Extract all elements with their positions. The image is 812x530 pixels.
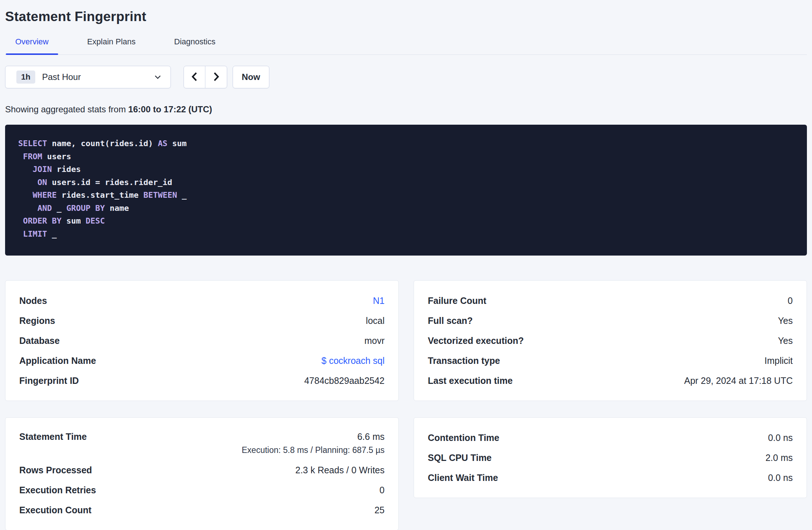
stat-row-regions: Regionslocal <box>19 311 385 331</box>
tab-overview[interactable]: Overview <box>6 31 58 55</box>
time-range-dropdown[interactable]: 1h Past Hour <box>5 66 171 88</box>
sql-line: ORDER BY sum DESC <box>18 214 794 228</box>
stat-value-wrap: 6.6 msExecution: 5.8 ms / Planning: 687.… <box>242 431 385 455</box>
sql-text: name, count(rides.id) <box>47 139 158 148</box>
sql-text: sum <box>61 216 85 225</box>
stat-value-wrap: Apr 29, 2024 at 17:18 UTC <box>684 376 793 386</box>
statement-times-card: Statement Time6.6 msExecution: 5.8 ms / … <box>5 417 399 530</box>
stat-link-application-name[interactable]: $ cockroach sql <box>321 356 385 366</box>
sql-keyword: LIMIT <box>23 229 47 238</box>
stat-label-contention-time: Contention Time <box>428 433 499 443</box>
stat-row-nodes: NodesN1 <box>19 291 385 311</box>
sql-keyword: JOIN <box>33 165 52 174</box>
stat-value-client-wait-time: 0.0 ns <box>768 473 793 483</box>
sql-text: _ <box>47 229 57 238</box>
aggregated-stats-range: 16:00 to 17:22 (UTC) <box>128 104 212 114</box>
stat-label-database: Database <box>19 336 60 346</box>
stat-row-execution-count: Execution Count25 <box>19 500 385 520</box>
tab-diagnostics-label: Diagnostics <box>174 37 216 46</box>
stat-row-client-wait-time: Client Wait Time0.0 ns <box>428 468 793 488</box>
stat-value-wrap: 0 <box>379 485 385 495</box>
stat-label-transaction-type: Transaction type <box>428 356 500 366</box>
aggregated-stats-line: Showing aggregated stats from 16:00 to 1… <box>5 104 807 115</box>
chevron-left-icon <box>192 72 197 83</box>
sql-keyword: BETWEEN <box>143 190 177 200</box>
tab-diagnostics[interactable]: Diagnostics <box>165 31 225 55</box>
sql-text <box>18 229 23 238</box>
sql-line: ON users.id = rides.rider_id <box>18 176 794 189</box>
time-picker-row: 1h Past Hour Now <box>5 66 807 88</box>
execution-attributes-card: Failure Count0Full scan?YesVectorized ex… <box>414 280 807 401</box>
stat-value-wrap: N1 <box>373 296 385 306</box>
stat-value-full-scan: Yes <box>778 316 793 326</box>
statement-details-card: NodesN1RegionslocalDatabasemovrApplicati… <box>5 280 399 401</box>
sql-text: users <box>42 152 71 161</box>
stat-value-regions: local <box>366 316 385 326</box>
chevron-right-icon <box>213 72 219 83</box>
now-button[interactable]: Now <box>233 66 269 88</box>
stat-value-wrap: 4784cb829aab2542 <box>304 376 385 386</box>
stat-row-sql-cpu-time: SQL CPU Time2.0 ms <box>428 448 793 468</box>
stat-subvalue-statement-time: Execution: 5.8 ms / Planning: 687.5 µs <box>242 445 385 455</box>
time-next-button[interactable] <box>205 66 227 88</box>
sql-keyword: ORDER BY <box>23 216 61 225</box>
stat-value-wrap: 2.0 ms <box>765 453 793 463</box>
sql-keyword: FROM <box>23 152 42 161</box>
sql-text <box>18 165 33 174</box>
stat-row-vectorized-execution: Vectorized execution?Yes <box>428 331 793 351</box>
stat-value-vectorized-execution: Yes <box>778 336 793 346</box>
sql-text: name <box>105 204 129 213</box>
sql-line: FROM users <box>18 150 794 163</box>
sql-text: sum <box>168 139 187 148</box>
stat-value-wrap: movr <box>364 336 385 346</box>
sql-text <box>18 190 33 200</box>
stat-value-wrap: 25 <box>374 505 385 515</box>
stat-row-contention-time: Contention Time0.0 ns <box>428 428 793 448</box>
tab-explain-plans[interactable]: Explain Plans <box>78 31 145 55</box>
stat-value-sql-cpu-time: 2.0 ms <box>765 453 793 463</box>
stat-row-last-execution-time: Last execution timeApr 29, 2024 at 17:18… <box>428 371 793 391</box>
stat-label-execution-count: Execution Count <box>19 505 92 515</box>
wait-times-card: Contention Time0.0 nsSQL CPU Time2.0 msC… <box>414 417 807 498</box>
stat-value-wrap: $ cockroach sql <box>321 356 385 366</box>
stat-value-wrap: 0 <box>788 296 793 306</box>
stat-label-application-name: Application Name <box>19 356 96 366</box>
sql-keyword: WHERE <box>33 190 57 200</box>
stat-row-database: Databasemovr <box>19 331 385 351</box>
stat-label-client-wait-time: Client Wait Time <box>428 473 498 483</box>
sql-text <box>18 216 23 225</box>
tab-bar: Overview Explain Plans Diagnostics <box>5 31 807 55</box>
stat-value-wrap: 0.0 ns <box>768 473 793 483</box>
stat-value-failure-count: 0 <box>788 296 793 306</box>
details-cards-row: NodesN1RegionslocalDatabasemovrApplicati… <box>5 280 807 401</box>
tab-explain-plans-label: Explain Plans <box>87 37 136 46</box>
sql-text: users.id = rides.rider_id <box>47 178 172 187</box>
time-nav-button-group <box>184 66 227 88</box>
stat-label-sql-cpu-time: SQL CPU Time <box>428 453 492 463</box>
stat-label-failure-count: Failure Count <box>428 296 486 306</box>
time-prev-button[interactable] <box>184 66 205 88</box>
sql-text <box>18 178 37 187</box>
stat-value-wrap: Yes <box>778 316 793 326</box>
stat-label-execution-retries: Execution Retries <box>19 485 96 495</box>
stat-link-nodes[interactable]: N1 <box>373 296 385 306</box>
stat-value-execution-count: 25 <box>374 505 385 515</box>
stat-label-fingerprint-id: Fingerprint ID <box>19 376 79 386</box>
stat-row-statement-time: Statement Time6.6 msExecution: 5.8 ms / … <box>19 428 385 460</box>
stat-label-vectorized-execution: Vectorized execution? <box>428 336 524 346</box>
stat-label-last-execution-time: Last execution time <box>428 376 512 386</box>
sql-line: SELECT name, count(rides.id) AS sum <box>18 137 794 150</box>
sql-keyword: ON <box>37 178 47 187</box>
stat-value-last-execution-time: Apr 29, 2024 at 17:18 UTC <box>684 376 793 386</box>
sql-keyword: GROUP BY <box>66 204 105 213</box>
sql-keyword: AND <box>37 204 52 213</box>
stat-label-full-scan: Full scan? <box>428 316 473 326</box>
stat-label-nodes: Nodes <box>19 296 47 306</box>
stat-value-wrap: Implicit <box>764 356 793 366</box>
sql-keyword: AS <box>158 139 168 148</box>
time-range-badge: 1h <box>16 71 35 84</box>
stat-value-contention-time: 0.0 ns <box>768 433 793 443</box>
timing-cards-row: Statement Time6.6 msExecution: 5.8 ms / … <box>5 417 807 530</box>
stat-row-transaction-type: Transaction typeImplicit <box>428 351 793 371</box>
chevron-down-icon <box>154 75 161 79</box>
